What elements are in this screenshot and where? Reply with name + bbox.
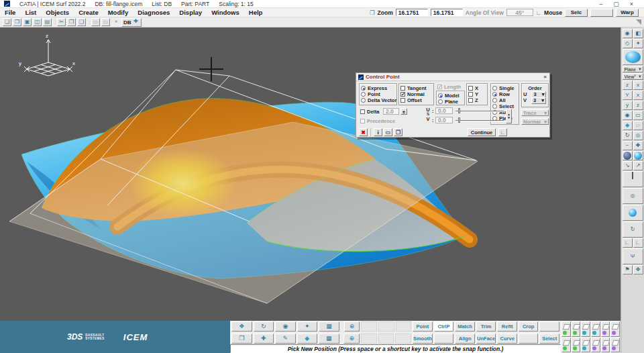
blank-button[interactable]: [519, 334, 539, 344]
new-file-button[interactable]: ❏: [3, 18, 11, 26]
radio-express[interactable]: Express: [361, 85, 395, 91]
delta-value-field[interactable]: 2.0: [383, 108, 399, 115]
delta-plusminus-button[interactable]: ±: [400, 108, 407, 115]
info-button[interactable]: i: [374, 128, 382, 136]
surface-green-a-button[interactable]: [561, 321, 571, 337]
orbit-view-button[interactable]: ↻: [623, 221, 643, 238]
shading-light-ball-button[interactable]: [633, 151, 643, 160]
cube-display-button[interactable]: ◇: [623, 39, 633, 48]
view-y-front-button[interactable]: Y: [623, 91, 633, 100]
zoom-in-button[interactable]: ✚: [633, 141, 643, 150]
surface-flip-b-button[interactable]: [572, 338, 581, 353]
minimize-button[interactable]: –: [599, 1, 602, 7]
scan-dots-b-button[interactable]: [610, 338, 620, 353]
view-dropdown[interactable]: View°▾: [623, 73, 643, 80]
check-offset[interactable]: Offset: [400, 97, 432, 103]
snapshot-button[interactable]: ▦: [319, 321, 339, 332]
radio-model[interactable]: Model: [438, 93, 463, 99]
windows-button[interactable]: ❐: [394, 128, 402, 136]
uv-spinner[interactable]: ▴▾: [506, 109, 512, 123]
menu-display[interactable]: Display: [174, 9, 207, 16]
normal-dropdown[interactable]: Normal▾: [521, 118, 549, 125]
crop-button[interactable]: Crop: [519, 321, 539, 332]
toolbar-collapse-button[interactable]: [636, 19, 641, 25]
view-z-button[interactable]: z: [623, 81, 633, 90]
resize-b-button[interactable]: ↗: [633, 161, 643, 170]
3d-viewport[interactable]: z x y: [0, 28, 621, 321]
resize-a-button[interactable]: ↘: [623, 161, 633, 170]
menu-diagnoses[interactable]: Diagnoses: [133, 9, 174, 16]
trace-dropdown[interactable]: Trace▾: [521, 109, 549, 116]
unface-button[interactable]: UnFace: [476, 334, 496, 344]
menu-modify[interactable]: Modify: [103, 9, 133, 16]
radio-delta-vector[interactable]: Delta Vector: [361, 97, 395, 103]
window-prev-button[interactable]: ▭: [91, 18, 100, 26]
dialog-close-icon[interactable]: ×: [543, 74, 547, 80]
check-length[interactable]: ✓Length: [437, 84, 461, 90]
db-selector[interactable]: DB ✚: [121, 18, 142, 27]
u-slider[interactable]: [455, 108, 504, 113]
continue-button[interactable]: Continue: [468, 128, 496, 136]
view-z-iso-button[interactable]: z: [633, 101, 643, 110]
eraser-button[interactable]: ◆: [623, 121, 633, 130]
radio-single[interactable]: Single: [492, 85, 517, 91]
scan-dots-a-button[interactable]: [601, 338, 610, 353]
u-value-field[interactable]: 0.0: [435, 107, 453, 114]
menu-windows[interactable]: Windows: [207, 9, 244, 16]
print-button[interactable]: ▤: [43, 18, 52, 26]
check-z[interactable]: Z: [468, 97, 486, 103]
windows-grid-button[interactable]: ▦: [319, 334, 339, 344]
hide-eye-button[interactable]: ◉: [623, 111, 633, 120]
flag-button[interactable]: ⚑: [623, 265, 633, 274]
match-button[interactable]: Match: [455, 321, 475, 332]
v-slider[interactable]: [455, 117, 504, 123]
light-button[interactable]: ✦: [297, 321, 318, 332]
scan-points-b-button[interactable]: [610, 321, 620, 337]
menu-create[interactable]: Create: [74, 9, 103, 16]
check-x[interactable]: X: [468, 85, 486, 91]
move-all-button[interactable]: ✥: [633, 265, 643, 274]
curve-match-b-button[interactable]: [591, 321, 600, 337]
save-file-button[interactable]: ▣: [23, 18, 32, 26]
surface-flip-a-button[interactable]: [561, 338, 571, 353]
paste-button[interactable]: ❑: [77, 18, 86, 26]
globe-flash-button[interactable]: ⊕: [343, 334, 360, 344]
window-next-button[interactable]: ▭: [101, 18, 110, 26]
menu-objects[interactable]: Objects: [41, 9, 74, 16]
curve-match-a-button[interactable]: [581, 321, 590, 337]
radio-all[interactable]: All: [492, 97, 517, 103]
radio-plane-space[interactable]: Plane: [438, 99, 463, 105]
surface-green-b-button[interactable]: [572, 321, 581, 337]
fork-tool-button[interactable]: Ψ: [623, 248, 643, 264]
v-value-field[interactable]: 0.0: [435, 117, 453, 123]
order-v-dropdown[interactable]: 3▾: [531, 97, 546, 104]
smooth-button[interactable]: Smooth: [413, 334, 433, 344]
mouse-selc-button[interactable]: Selc: [565, 9, 588, 17]
save-image-button[interactable]: ◫: [33, 18, 42, 26]
check-tangent[interactable]: Tangent: [400, 85, 432, 91]
ctrlp-button[interactable]: CtrlP: [434, 321, 454, 332]
find-wide-button[interactable]: ◎: [623, 188, 643, 204]
visibility-button[interactable]: ◉: [275, 321, 296, 332]
light-bulb-button[interactable]: ✦: [633, 39, 643, 48]
maximize-button[interactable]: ▢: [613, 1, 619, 7]
eye-options-button[interactable]: ◉: [623, 29, 633, 38]
radio-row[interactable]: Row: [492, 91, 517, 97]
curve-edit-b-button[interactable]: [591, 338, 600, 353]
sketch-button[interactable]: ✎: [275, 334, 296, 344]
align-button[interactable]: Align: [455, 334, 475, 344]
corner-snap-button[interactable]: ∟: [498, 128, 507, 136]
curve-button[interactable]: Curve: [497, 334, 517, 344]
fit-view-button[interactable]: [623, 171, 643, 187]
check-y[interactable]: Y: [468, 91, 486, 97]
check-normal[interactable]: ✓Normal: [400, 91, 432, 97]
screen-button[interactable]: ▭: [633, 111, 643, 120]
mouse-middle-button[interactable]: [590, 9, 613, 17]
trim-button[interactable]: Trim: [476, 321, 496, 332]
cut-button[interactable]: ✂: [57, 18, 66, 26]
blank-button[interactable]: [434, 334, 454, 344]
cancel-button[interactable]: ✖: [359, 128, 368, 136]
zoom-out-button[interactable]: −: [623, 141, 633, 150]
blank-button[interactable]: [539, 321, 559, 332]
angle-corner-icon[interactable]: ∟: [536, 9, 541, 16]
